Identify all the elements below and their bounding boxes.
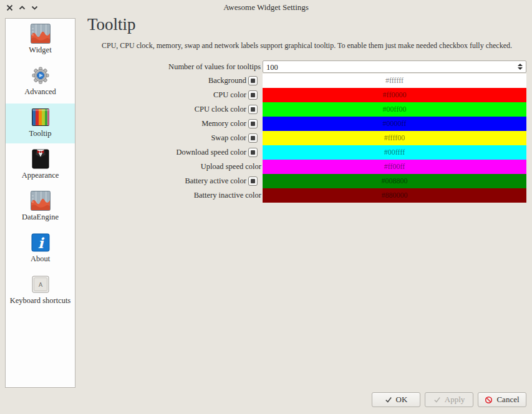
button-label: Cancel bbox=[496, 395, 519, 405]
checkbox-partial-mark bbox=[251, 150, 255, 155]
color-hex-value: #00ffff bbox=[384, 148, 405, 157]
color-button-battery-inactive-color[interactable]: #880000 bbox=[263, 188, 526, 203]
color-hex-value: #ffff00 bbox=[384, 133, 405, 143]
row-cpu-clock-color: CPU clock color#00ff00 bbox=[87, 102, 526, 117]
cancel-icon bbox=[485, 396, 493, 404]
row-upload-speed-color: Upload speed color#ff00ff bbox=[87, 160, 526, 174]
color-rows: Background#ffffffCPU color#ff0000CPU clo… bbox=[87, 74, 526, 203]
titlebar: Awesome Widget Settings bbox=[0, 0, 532, 16]
color-button-upload-speed-color[interactable]: #ff00ff bbox=[263, 160, 526, 174]
spinner-arrows-icon[interactable] bbox=[518, 64, 523, 70]
color-button-swap-color[interactable]: #ffff00 bbox=[263, 131, 526, 145]
window-title: Awesome Widget Settings bbox=[0, 2, 532, 12]
checkbox-partial-mark bbox=[251, 136, 255, 140]
checkbox-partial-mark bbox=[251, 107, 255, 112]
color-hex-value: #ffffff bbox=[385, 76, 404, 85]
monitor-chart-icon bbox=[31, 24, 51, 44]
row-label: Upload speed color bbox=[87, 162, 263, 171]
color-hex-value: #00ff00 bbox=[383, 105, 407, 114]
row-label: CPU clock color bbox=[87, 105, 248, 114]
sidebar-item-label: Widget bbox=[29, 46, 51, 55]
row-label: Battery inactive color bbox=[87, 191, 263, 200]
row-battery-inactive-color: Battery inactive color#880000 bbox=[87, 188, 526, 203]
row-label: Battery active color bbox=[87, 176, 248, 186]
row-background: Background#ffffff bbox=[87, 74, 526, 88]
svg-text:A: A bbox=[38, 282, 42, 288]
color-hex-value: #008800 bbox=[382, 176, 408, 186]
checkbox-download-speed-color[interactable] bbox=[248, 148, 258, 157]
keyboard-key-icon: A bbox=[31, 274, 51, 294]
values-spinner-row: Number of values for tooltips bbox=[87, 60, 526, 73]
button-label: OK bbox=[396, 395, 408, 405]
color-hex-value: #ff00ff bbox=[384, 162, 405, 171]
sidebar-item-label: DataEngine bbox=[22, 213, 59, 222]
sidebar-item-tooltip[interactable]: Tooltip bbox=[6, 104, 75, 143]
color-hex-value: #880000 bbox=[382, 191, 408, 200]
dialog-footer: OKApplyCancel bbox=[372, 392, 526, 407]
sidebar-item-label: Keyboard shortcuts bbox=[10, 296, 71, 306]
check-icon bbox=[385, 396, 392, 403]
color-hex-value: #0000ff bbox=[383, 119, 407, 128]
color-button-cpu-clock-color[interactable]: #00ff00 bbox=[263, 102, 526, 117]
sidebar-item-keyboard-shortcuts[interactable]: AKeyboard shortcuts bbox=[6, 271, 75, 310]
color-hex-value: #ff0000 bbox=[383, 90, 407, 100]
row-battery-active-color: Battery active color#008800 bbox=[87, 174, 526, 188]
checkbox-partial-mark bbox=[251, 179, 255, 183]
color-button-memory-color[interactable]: #0000ff bbox=[263, 117, 526, 131]
row-label: Memory color bbox=[87, 119, 248, 128]
checkbox-cpu-color[interactable] bbox=[248, 90, 258, 100]
checkbox-partial-mark bbox=[251, 93, 255, 97]
sidebar-item-widget[interactable]: Widget bbox=[6, 20, 75, 60]
color-button-battery-active-color[interactable]: #008800 bbox=[263, 174, 526, 188]
cancel-button[interactable]: Cancel bbox=[478, 392, 526, 407]
sidebar-item-label: Advanced bbox=[24, 87, 56, 97]
color-button-download-speed-color[interactable]: #00ffff bbox=[263, 145, 526, 160]
sidebar-item-advanced[interactable]: Advanced bbox=[6, 62, 75, 102]
row-label: Background bbox=[87, 76, 248, 85]
color-stripes-icon bbox=[31, 107, 51, 127]
row-label: Download speed color bbox=[87, 148, 248, 157]
page-title: Tooltip bbox=[87, 16, 136, 34]
checkbox-memory-color[interactable] bbox=[248, 119, 258, 128]
values-spinner[interactable] bbox=[263, 60, 526, 73]
row-download-speed-color: Download speed color#00ffff bbox=[87, 145, 526, 160]
tuxedo-icon bbox=[31, 149, 51, 169]
row-swap-color: Swap color#ffff00 bbox=[87, 131, 526, 145]
sidebar: WidgetAdvancedTooltipAppearanceDataEngin… bbox=[5, 18, 75, 388]
sidebar-item-about[interactable]: iAbout bbox=[6, 229, 75, 269]
sidebar-item-label: About bbox=[31, 254, 50, 264]
row-label: CPU color bbox=[87, 90, 248, 100]
color-button-cpu-color[interactable]: #ff0000 bbox=[263, 88, 526, 102]
check-icon bbox=[433, 396, 441, 403]
row-memory-color: Memory color#0000ff bbox=[87, 117, 526, 131]
checkbox-partial-mark bbox=[251, 79, 255, 83]
checkbox-partial-mark bbox=[251, 122, 255, 126]
sidebar-item-appearance[interactable]: Appearance bbox=[6, 145, 75, 185]
checkbox-swap-color[interactable] bbox=[248, 133, 258, 143]
color-button-background[interactable]: #ffffff bbox=[263, 74, 526, 88]
monitor-chart-icon bbox=[31, 191, 51, 211]
sidebar-item-label: Appearance bbox=[22, 171, 59, 180]
row-label: Swap color bbox=[87, 133, 248, 143]
values-spinner-label: Number of values for tooltips bbox=[87, 62, 263, 72]
description-text: CPU, CPU clock, memory, swap and network… bbox=[88, 41, 526, 51]
checkbox-battery-active-color[interactable] bbox=[248, 176, 258, 186]
button-label: Apply bbox=[445, 395, 465, 405]
ok-button[interactable]: OK bbox=[372, 392, 420, 407]
gear-icon bbox=[31, 65, 51, 85]
checkbox-background[interactable] bbox=[248, 76, 258, 85]
info-icon: i bbox=[31, 233, 51, 253]
values-spinner-input[interactable] bbox=[263, 62, 516, 74]
apply-button[interactable]: Apply bbox=[425, 392, 473, 407]
sidebar-item-dataengine[interactable]: DataEngine bbox=[6, 187, 75, 227]
checkbox-cpu-clock-color[interactable] bbox=[248, 105, 258, 114]
row-cpu-color: CPU color#ff0000 bbox=[87, 88, 526, 102]
sidebar-item-label: Tooltip bbox=[29, 129, 52, 138]
